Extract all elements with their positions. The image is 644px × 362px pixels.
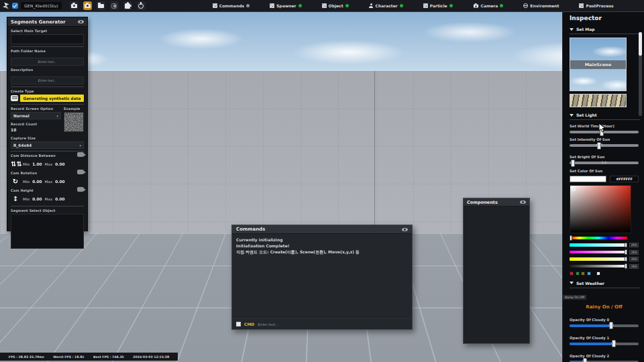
menu-postprocess[interactable]: PostProcess [579,3,613,8]
record-screen-label: Record Screen Option [11,107,61,111]
segment-select-area[interactable] [11,214,84,249]
power-icon [138,3,144,9]
slider-handle[interactable] [571,160,575,167]
path-folder-input[interactable] [11,58,84,66]
record-count-value[interactable]: 10 [11,127,61,132]
hue-slider[interactable] [570,237,627,240]
hex-value-box[interactable]: #FFFFFF [610,176,639,182]
description-label: Description [11,68,84,72]
slider-marker[interactable] [625,263,627,269]
slider-marker[interactable] [570,235,572,241]
scrollbar-thumb[interactable] [639,32,642,56]
record-screen-dropdown[interactable]: Normal ▾ [11,112,61,119]
cam-distance-max-value[interactable]: 0.00 [55,162,64,166]
cam-rotation-min-value[interactable]: 0.00 [32,180,42,184]
slider-marker[interactable] [625,243,627,248]
status-dot [246,4,250,7]
green-value[interactable]: 255 [629,250,639,255]
alpha-value[interactable]: 255 [629,264,639,269]
camcorder-icon[interactable] [77,170,84,174]
palette-swatch-brown[interactable] [581,272,585,276]
section-label: Set Map [576,27,595,32]
visibility-eye-icon[interactable] [520,200,526,204]
rainy-toggle-button[interactable]: Rainy On / Off [570,303,639,311]
grid-icon [423,3,428,8]
palette-swatch-blue[interactable] [587,272,591,276]
visibility-eye-icon[interactable] [402,228,408,231]
set-weather-section-header[interactable]: Set Weather [570,281,640,288]
app-title: GEN_KIedit(Stu) [21,2,62,9]
best-fps-readout: Best FPS : 746.35 [93,355,124,359]
grid-icon [322,3,327,8]
main-target-field[interactable] [11,34,84,44]
settings-button[interactable] [110,1,119,10]
palette-swatch-red[interactable] [570,272,574,276]
mouse-cursor [598,123,606,133]
segment-select-label: Segment Select Object [11,208,84,213]
menu-particle[interactable]: Particle [423,3,453,8]
chevron-down-icon: ▾ [79,143,81,147]
alpha-channel-slider[interactable] [570,265,627,268]
puzzle-icon [125,3,130,9]
color-picker-cursor[interactable] [572,187,576,191]
sun-intensity-slider[interactable] [570,144,639,147]
slider-fill [570,343,614,345]
components-window-header[interactable]: Components [464,198,529,206]
capture-size-dropdown[interactable]: R_64x64 ▾ [11,141,84,149]
menu-commands[interactable]: Commands [213,3,250,8]
camcorder-icon[interactable] [77,152,84,157]
menu-environment[interactable]: Environment [523,3,559,8]
color-saturation-picker[interactable] [570,185,631,233]
cam-distance-min-value[interactable]: 1.00 [32,162,42,166]
map-thumbnail-secondary[interactable] [570,94,627,107]
description-input[interactable] [11,76,84,84]
cam-rotation-max-value[interactable]: 0.00 [55,180,64,184]
record-camera-button[interactable] [83,1,92,10]
cmd-mode-checkbox[interactable] [236,322,241,326]
check-toggle-icon[interactable] [12,3,18,9]
path-folder-label: Path Folder Name [11,49,84,53]
screenshot-camera-button[interactable] [70,1,78,10]
palette-swatch-white[interactable] [596,272,600,276]
red-channel-slider[interactable] [570,243,627,247]
cam-height-max-value[interactable]: 0.00 [55,197,64,201]
cloudy-opacity-2-value: 0.2 [582,360,588,362]
current-color-swatch[interactable] [570,176,606,182]
cloudy-opacity-0-slider[interactable] [570,324,639,327]
cloudy-opacity-1-slider[interactable] [570,343,639,345]
menu-camera[interactable]: Camera [473,3,504,8]
sun-intensity-value: 40.5 [596,143,603,147]
grid-icon [213,3,217,8]
menu-spawner[interactable]: Spawner [270,3,302,8]
command-input[interactable] [258,322,408,326]
set-map-section-header[interactable]: Set Map [570,27,640,34]
blue-channel-slider[interactable] [570,257,627,261]
scene-name: MainScene [585,62,612,68]
menu-object[interactable]: Object [322,3,349,8]
fps-readout: FPS : 38.83 25.79ms [9,355,44,359]
visibility-eye-icon[interactable] [78,20,84,23]
plugins-button[interactable] [123,1,132,10]
palette-swatch-green[interactable] [576,272,580,276]
green-channel-slider[interactable] [570,251,627,254]
set-light-section-header[interactable]: Set Light [570,113,640,120]
grid-icon [270,3,274,8]
slider-marker[interactable] [625,257,627,262]
status-dot [400,4,403,7]
chevron-down-icon: ▾ [56,114,58,118]
folder-button[interactable] [97,1,105,10]
map-list-scrollbar[interactable] [639,32,642,116]
red-value[interactable]: 255 [629,243,639,247]
menu-character[interactable]: Character [369,3,403,8]
commands-window-header[interactable]: Commands [232,225,412,234]
min-label: Min [23,162,30,166]
cam-height-min-value[interactable]: 0.00 [32,197,42,201]
create-type-value[interactable]: Generating synthetic data [20,95,84,102]
slider-marker[interactable] [625,249,627,255]
capture-size-label: Capture Size [11,136,84,140]
blue-value[interactable]: 255 [629,257,639,261]
camcorder-icon[interactable] [77,187,84,192]
map-thumbnail-mainscene[interactable]: MainScene [570,38,627,91]
power-button[interactable] [137,1,146,10]
sun-intensity-label: Set Intensity Of Sun [570,137,639,141]
